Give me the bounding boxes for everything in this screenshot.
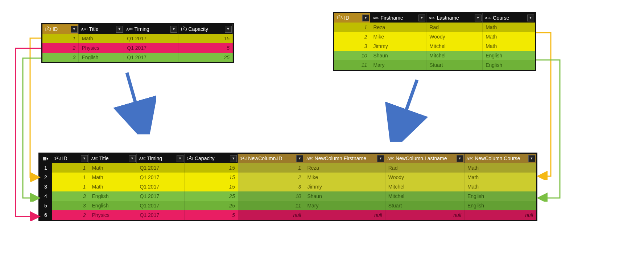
cell[interactable]: 11 [238, 201, 304, 210]
cell[interactable]: 1 [52, 163, 89, 173]
column-header[interactable]: ABCNewColumn.Course▼ [465, 154, 536, 163]
cell[interactable]: English [483, 51, 535, 60]
cell[interactable]: Rad [426, 23, 483, 32]
cell[interactable]: English [465, 201, 536, 210]
cell[interactable]: 2 [42, 43, 79, 53]
cell[interactable]: English [89, 191, 137, 201]
cell[interactable]: null [465, 210, 536, 220]
cell[interactable]: 11 [334, 60, 370, 70]
cell[interactable]: 25 [185, 201, 238, 210]
column-filter-dropdown[interactable]: ▼ [475, 15, 482, 21]
cell[interactable]: English [483, 60, 535, 70]
cell[interactable]: Mike [304, 173, 385, 182]
cell[interactable]: Mitchel [385, 182, 464, 191]
column-header[interactable]: ABCFirstname▼ [370, 13, 426, 23]
cell[interactable]: 5 [185, 210, 238, 220]
cell[interactable]: Stuart [385, 201, 464, 210]
cell[interactable]: Math [465, 182, 536, 191]
cell[interactable]: 1 [42, 34, 79, 43]
cell[interactable]: Q1 2017 [137, 210, 185, 220]
cell[interactable]: Math [483, 23, 535, 32]
cell[interactable]: Mitchel [426, 51, 483, 60]
cell[interactable]: Q1 2017 [137, 201, 185, 210]
cell[interactable]: Rad [385, 163, 464, 173]
cell[interactable]: Math [465, 163, 536, 173]
cell[interactable]: 2 [238, 173, 304, 182]
cell[interactable]: Woody [385, 173, 464, 182]
cell[interactable]: Math [483, 41, 535, 51]
column-filter-dropdown[interactable]: ▼ [170, 26, 177, 33]
cell[interactable]: 25 [185, 191, 238, 201]
cell[interactable]: 15 [185, 182, 238, 191]
cell[interactable]: Reza [370, 23, 426, 32]
cell[interactable]: Math [89, 182, 137, 191]
column-filter-dropdown[interactable]: ▼ [225, 26, 232, 33]
cell[interactable]: 2 [52, 210, 89, 220]
column-header[interactable]: 123Capacity▼ [178, 24, 233, 34]
cell[interactable]: Math [79, 34, 124, 43]
cell[interactable]: Mike [370, 32, 426, 41]
column-filter-dropdown[interactable]: ▼ [129, 155, 136, 162]
cell[interactable]: 1 [238, 163, 304, 173]
column-filter-dropdown[interactable]: ▼ [81, 155, 88, 162]
cell[interactable]: 3 [334, 41, 370, 51]
cell[interactable]: Mitchel [426, 41, 483, 51]
column-filter-dropdown[interactable]: ▼ [116, 26, 123, 33]
cell[interactable]: 3 [42, 53, 79, 62]
cell[interactable]: Jimmy [304, 182, 385, 191]
cell[interactable]: Woody [426, 32, 483, 41]
cell[interactable]: 1 [52, 173, 89, 182]
column-filter-dropdown[interactable]: ▼ [71, 26, 78, 33]
cell[interactable]: Jimmy [370, 41, 426, 51]
cell[interactable]: Q1 2017 [137, 182, 185, 191]
cell[interactable]: 3 [52, 201, 89, 210]
cell[interactable]: 10 [238, 191, 304, 201]
column-filter-dropdown[interactable]: ▼ [362, 15, 369, 21]
cell[interactable]: 15 [178, 34, 233, 43]
column-filter-dropdown[interactable]: ▼ [527, 15, 534, 21]
cell[interactable]: Reza [304, 163, 385, 173]
column-header[interactable]: 123ID▼ [52, 154, 89, 163]
cell[interactable]: 25 [178, 53, 233, 62]
cell[interactable]: English [89, 201, 137, 210]
cell[interactable]: 3 [52, 191, 89, 201]
column-filter-dropdown[interactable]: ▼ [230, 155, 237, 162]
column-header[interactable]: ABCTiming▼ [137, 154, 185, 163]
cell[interactable]: English [79, 53, 124, 62]
column-filter-dropdown[interactable]: ▼ [457, 155, 463, 162]
column-filter-dropdown[interactable]: ▼ [377, 155, 384, 162]
cell[interactable]: Q1 2017 [137, 173, 185, 182]
cell[interactable]: 10 [334, 51, 370, 60]
column-header[interactable]: 123NewColumn.ID▼ [238, 154, 304, 163]
column-filter-dropdown[interactable]: ▼ [528, 155, 535, 162]
cell[interactable]: Stuart [426, 60, 483, 70]
cell[interactable]: Q1 2017 [124, 34, 178, 43]
column-filter-dropdown[interactable]: ▼ [177, 155, 183, 162]
column-header[interactable]: ABCCourse▼ [483, 13, 535, 23]
column-header[interactable]: ABCNewColumn.Lastname▼ [385, 154, 464, 163]
cell[interactable]: 3 [238, 182, 304, 191]
column-filter-dropdown[interactable]: ▼ [418, 15, 425, 21]
cell[interactable]: null [238, 210, 304, 220]
cell[interactable]: 15 [185, 163, 238, 173]
cell[interactable]: 1 [52, 182, 89, 191]
cell[interactable]: Mary [370, 60, 426, 70]
cell[interactable]: Shaun [370, 51, 426, 60]
column-header[interactable]: 123Capacity▼ [185, 154, 238, 163]
column-header[interactable]: ABCTiming▼ [124, 24, 178, 34]
cell[interactable]: null [304, 210, 385, 220]
cell[interactable]: English [465, 191, 536, 201]
cell[interactable]: Math [89, 163, 137, 173]
cell[interactable]: Physics [89, 210, 137, 220]
cell[interactable]: null [385, 210, 464, 220]
cell[interactable]: 2 [334, 32, 370, 41]
cell[interactable]: Math [89, 173, 137, 182]
column-header[interactable]: 123ID▼ [334, 13, 370, 23]
cell[interactable]: Shaun [304, 191, 385, 201]
cell[interactable]: Mitchel [385, 191, 464, 201]
cell[interactable]: Mary [304, 201, 385, 210]
cell[interactable]: Math [483, 32, 535, 41]
column-header[interactable]: ABCNewColumn.Firstname▼ [304, 154, 385, 163]
cell[interactable]: 1 [334, 23, 370, 32]
cell[interactable]: Physics [79, 43, 124, 53]
